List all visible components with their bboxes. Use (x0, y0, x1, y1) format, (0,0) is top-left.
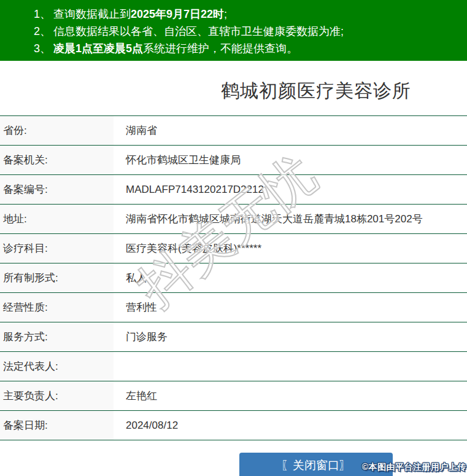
row-label: 服务方式: (0, 322, 114, 351)
notice-text: 信息数据结果以各省、自治区、直辖市卫生健康委数据为准; (53, 25, 344, 37)
row-value (114, 352, 467, 381)
notice-text: ; (224, 8, 227, 20)
upload-credit-watermark: ©本图由平台注册用户上传 (362, 462, 466, 473)
row-value: 门诊服务 (114, 322, 467, 351)
page: 1、查询数据截止到2025年9月7日22时; 2、信息数据结果以各省、自治区、直… (0, 0, 467, 476)
row-label: 法定代表人: (0, 352, 114, 381)
row-label: 备案日期: (0, 411, 114, 440)
row-label: 备案编号: (0, 175, 114, 204)
notice-line-3: 3、凌晨1点至凌晨5点系统进行维护，不能提供查询。 (34, 40, 467, 57)
notice-line-2: 2、信息数据结果以各省、自治区、直辖市卫生健康委数据为准; (34, 23, 467, 40)
row-value: 湖南省怀化市鹤城区城南街道湖天大道岳麓青城18栋201号202号 (114, 205, 467, 233)
row-value: MADLAFP7143120217D2212 (114, 175, 467, 204)
row-label: 经营性质: (0, 293, 114, 322)
table-row: 备案日期: 2024/08/12 (0, 411, 467, 440)
row-value: 湖南省 (114, 116, 467, 145)
notice-number: 2、 (34, 25, 51, 37)
row-label: 备案机关: (0, 146, 114, 174)
row-value: 营利性 (114, 293, 467, 322)
table-row: 主要负责人: 左艳红 (0, 381, 467, 411)
table-row: 服务方式: 门诊服务 (0, 322, 467, 352)
row-value: 怀化市鹤城区卫生健康局 (114, 146, 467, 174)
row-value: 医疗美容科(美容皮肤科)****** (114, 234, 467, 263)
table-row: 备案机关: 怀化市鹤城区卫生健康局 (0, 146, 467, 175)
info-table: 省份: 湖南省 备案机关: 怀化市鹤城区卫生健康局 备案编号: MADLAFP7… (0, 115, 467, 440)
notice-line-1: 1、查询数据截止到2025年9月7日22时; (34, 6, 467, 23)
table-row: 省份: 湖南省 (0, 116, 467, 146)
notice-text-bold: 2025年9月7日22时 (131, 8, 224, 20)
table-row: 备案编号: MADLAFP7143120217D2212 (0, 175, 467, 205)
table-row: 地址: 湖南省怀化市鹤城区城南街道湖天大道岳麓青城18栋201号202号 (0, 205, 467, 234)
notice-number: 3、 (34, 42, 51, 55)
row-label: 所有制形式: (0, 263, 114, 292)
table-row: 诊疗科目: 医疗美容科(美容皮肤科)****** (0, 234, 467, 263)
row-value: 左艳红 (114, 381, 467, 410)
table-row: 所有制形式: 私人 (0, 263, 467, 293)
row-label: 地址: (0, 205, 114, 233)
table-row: 法定代表人: (0, 352, 467, 381)
clinic-name-title: 鹤城初颜医疗美容诊所 (0, 79, 467, 103)
notice-text: 系统进行维护，不能提供查询。 (143, 42, 298, 55)
notice-text: 查询数据截止到 (53, 8, 131, 20)
notice-banner: 1、查询数据截止到2025年9月7日22时; 2、信息数据结果以各省、自治区、直… (0, 0, 467, 61)
notice-text-bold: 凌晨1点至凌晨5点 (53, 42, 143, 55)
row-label: 诊疗科目: (0, 234, 114, 263)
notice-number: 1、 (34, 8, 51, 20)
row-value: 2024/08/12 (114, 411, 467, 440)
table-row: 经营性质: 营利性 (0, 293, 467, 322)
row-label: 主要负责人: (0, 381, 114, 410)
row-label: 省份: (0, 116, 114, 145)
row-value: 私人 (114, 263, 467, 292)
